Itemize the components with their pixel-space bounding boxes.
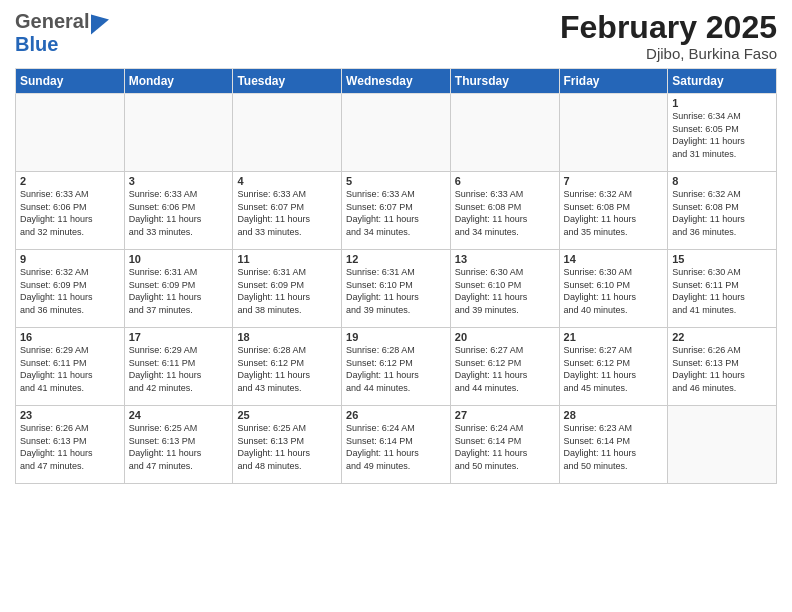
day-number: 8 xyxy=(672,175,772,187)
table-row: 19Sunrise: 6:28 AMSunset: 6:12 PMDayligh… xyxy=(342,328,451,406)
calendar-week-row: 1Sunrise: 6:34 AMSunset: 6:05 PMDaylight… xyxy=(16,94,777,172)
day-number: 1 xyxy=(672,97,772,109)
day-info: Sunrise: 6:32 AMSunset: 6:09 PMDaylight:… xyxy=(20,266,120,316)
day-number: 21 xyxy=(564,331,664,343)
day-info: Sunrise: 6:28 AMSunset: 6:12 PMDaylight:… xyxy=(346,344,446,394)
day-number: 5 xyxy=(346,175,446,187)
table-row: 15Sunrise: 6:30 AMSunset: 6:11 PMDayligh… xyxy=(668,250,777,328)
calendar-week-row: 23Sunrise: 6:26 AMSunset: 6:13 PMDayligh… xyxy=(16,406,777,484)
day-number: 6 xyxy=(455,175,555,187)
day-number: 18 xyxy=(237,331,337,343)
page-container: General Blue February 2025 Djibo, Burkin… xyxy=(0,0,792,494)
day-info: Sunrise: 6:29 AMSunset: 6:11 PMDaylight:… xyxy=(20,344,120,394)
table-row: 24Sunrise: 6:25 AMSunset: 6:13 PMDayligh… xyxy=(124,406,233,484)
day-info: Sunrise: 6:33 AMSunset: 6:06 PMDaylight:… xyxy=(20,188,120,238)
day-info: Sunrise: 6:29 AMSunset: 6:11 PMDaylight:… xyxy=(129,344,229,394)
day-number: 13 xyxy=(455,253,555,265)
day-number: 27 xyxy=(455,409,555,421)
table-row xyxy=(668,406,777,484)
col-thursday: Thursday xyxy=(450,69,559,94)
calendar-table: Sunday Monday Tuesday Wednesday Thursday… xyxy=(15,68,777,484)
table-row: 7Sunrise: 6:32 AMSunset: 6:08 PMDaylight… xyxy=(559,172,668,250)
table-row: 23Sunrise: 6:26 AMSunset: 6:13 PMDayligh… xyxy=(16,406,125,484)
day-number: 20 xyxy=(455,331,555,343)
logo-blue-text: Blue xyxy=(15,33,58,56)
table-row: 28Sunrise: 6:23 AMSunset: 6:14 PMDayligh… xyxy=(559,406,668,484)
col-sunday: Sunday xyxy=(16,69,125,94)
day-info: Sunrise: 6:25 AMSunset: 6:13 PMDaylight:… xyxy=(129,422,229,472)
table-row: 11Sunrise: 6:31 AMSunset: 6:09 PMDayligh… xyxy=(233,250,342,328)
day-info: Sunrise: 6:32 AMSunset: 6:08 PMDaylight:… xyxy=(672,188,772,238)
day-info: Sunrise: 6:26 AMSunset: 6:13 PMDaylight:… xyxy=(20,422,120,472)
day-info: Sunrise: 6:34 AMSunset: 6:05 PMDaylight:… xyxy=(672,110,772,160)
day-number: 17 xyxy=(129,331,229,343)
table-row: 4Sunrise: 6:33 AMSunset: 6:07 PMDaylight… xyxy=(233,172,342,250)
table-row xyxy=(559,94,668,172)
col-wednesday: Wednesday xyxy=(342,69,451,94)
table-row: 3Sunrise: 6:33 AMSunset: 6:06 PMDaylight… xyxy=(124,172,233,250)
col-friday: Friday xyxy=(559,69,668,94)
calendar-week-row: 2Sunrise: 6:33 AMSunset: 6:06 PMDaylight… xyxy=(16,172,777,250)
day-info: Sunrise: 6:30 AMSunset: 6:11 PMDaylight:… xyxy=(672,266,772,316)
table-row: 20Sunrise: 6:27 AMSunset: 6:12 PMDayligh… xyxy=(450,328,559,406)
table-row xyxy=(233,94,342,172)
table-row: 16Sunrise: 6:29 AMSunset: 6:11 PMDayligh… xyxy=(16,328,125,406)
table-row: 8Sunrise: 6:32 AMSunset: 6:08 PMDaylight… xyxy=(668,172,777,250)
day-number: 2 xyxy=(20,175,120,187)
table-row: 26Sunrise: 6:24 AMSunset: 6:14 PMDayligh… xyxy=(342,406,451,484)
table-row: 6Sunrise: 6:33 AMSunset: 6:08 PMDaylight… xyxy=(450,172,559,250)
day-info: Sunrise: 6:33 AMSunset: 6:06 PMDaylight:… xyxy=(129,188,229,238)
table-row xyxy=(450,94,559,172)
table-row: 9Sunrise: 6:32 AMSunset: 6:09 PMDaylight… xyxy=(16,250,125,328)
day-info: Sunrise: 6:30 AMSunset: 6:10 PMDaylight:… xyxy=(455,266,555,316)
table-row: 13Sunrise: 6:30 AMSunset: 6:10 PMDayligh… xyxy=(450,250,559,328)
table-row: 5Sunrise: 6:33 AMSunset: 6:07 PMDaylight… xyxy=(342,172,451,250)
logo: General Blue xyxy=(15,10,111,56)
day-number: 25 xyxy=(237,409,337,421)
day-number: 11 xyxy=(237,253,337,265)
day-number: 10 xyxy=(129,253,229,265)
table-row: 1Sunrise: 6:34 AMSunset: 6:05 PMDaylight… xyxy=(668,94,777,172)
day-info: Sunrise: 6:33 AMSunset: 6:08 PMDaylight:… xyxy=(455,188,555,238)
day-number: 9 xyxy=(20,253,120,265)
table-row: 25Sunrise: 6:25 AMSunset: 6:13 PMDayligh… xyxy=(233,406,342,484)
table-row: 2Sunrise: 6:33 AMSunset: 6:06 PMDaylight… xyxy=(16,172,125,250)
col-monday: Monday xyxy=(124,69,233,94)
day-number: 12 xyxy=(346,253,446,265)
title-block: February 2025 Djibo, Burkina Faso xyxy=(560,10,777,62)
day-number: 14 xyxy=(564,253,664,265)
day-info: Sunrise: 6:27 AMSunset: 6:12 PMDaylight:… xyxy=(455,344,555,394)
day-info: Sunrise: 6:33 AMSunset: 6:07 PMDaylight:… xyxy=(346,188,446,238)
day-number: 23 xyxy=(20,409,120,421)
day-info: Sunrise: 6:32 AMSunset: 6:08 PMDaylight:… xyxy=(564,188,664,238)
day-info: Sunrise: 6:30 AMSunset: 6:10 PMDaylight:… xyxy=(564,266,664,316)
day-number: 7 xyxy=(564,175,664,187)
calendar-week-row: 16Sunrise: 6:29 AMSunset: 6:11 PMDayligh… xyxy=(16,328,777,406)
table-row: 17Sunrise: 6:29 AMSunset: 6:11 PMDayligh… xyxy=(124,328,233,406)
day-info: Sunrise: 6:24 AMSunset: 6:14 PMDaylight:… xyxy=(455,422,555,472)
day-number: 22 xyxy=(672,331,772,343)
day-number: 3 xyxy=(129,175,229,187)
logo-general-text: General xyxy=(15,10,89,33)
table-row: 21Sunrise: 6:27 AMSunset: 6:12 PMDayligh… xyxy=(559,328,668,406)
table-row: 12Sunrise: 6:31 AMSunset: 6:10 PMDayligh… xyxy=(342,250,451,328)
day-info: Sunrise: 6:28 AMSunset: 6:12 PMDaylight:… xyxy=(237,344,337,394)
location: Djibo, Burkina Faso xyxy=(560,45,777,62)
day-number: 4 xyxy=(237,175,337,187)
col-tuesday: Tuesday xyxy=(233,69,342,94)
day-info: Sunrise: 6:33 AMSunset: 6:07 PMDaylight:… xyxy=(237,188,337,238)
day-info: Sunrise: 6:23 AMSunset: 6:14 PMDaylight:… xyxy=(564,422,664,472)
day-info: Sunrise: 6:31 AMSunset: 6:09 PMDaylight:… xyxy=(129,266,229,316)
day-info: Sunrise: 6:24 AMSunset: 6:14 PMDaylight:… xyxy=(346,422,446,472)
day-info: Sunrise: 6:31 AMSunset: 6:10 PMDaylight:… xyxy=(346,266,446,316)
header: General Blue February 2025 Djibo, Burkin… xyxy=(15,10,777,62)
day-info: Sunrise: 6:26 AMSunset: 6:13 PMDaylight:… xyxy=(672,344,772,394)
day-info: Sunrise: 6:25 AMSunset: 6:13 PMDaylight:… xyxy=(237,422,337,472)
day-number: 26 xyxy=(346,409,446,421)
table-row: 10Sunrise: 6:31 AMSunset: 6:09 PMDayligh… xyxy=(124,250,233,328)
day-number: 16 xyxy=(20,331,120,343)
day-info: Sunrise: 6:31 AMSunset: 6:09 PMDaylight:… xyxy=(237,266,337,316)
table-row xyxy=(16,94,125,172)
day-number: 15 xyxy=(672,253,772,265)
day-number: 24 xyxy=(129,409,229,421)
